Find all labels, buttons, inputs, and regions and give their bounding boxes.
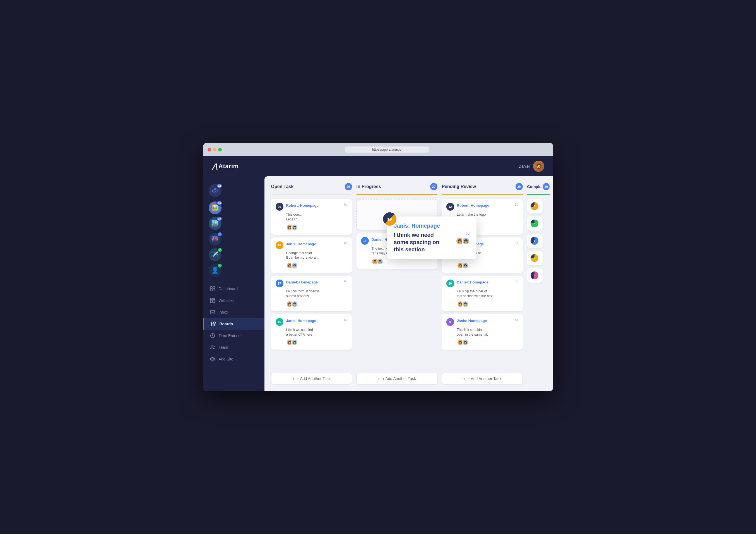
project-avatar-2[interactable]: 🏙️ 18 — [209, 217, 222, 230]
svg-rect-4 — [210, 298, 212, 300]
task-number-10: 10 — [446, 280, 454, 287]
dashboard-label: Dashboard — [219, 286, 238, 291]
add-task-plus-open: + — [292, 376, 295, 381]
column-open: Open Task 20 20 Robert: Homepage — [271, 183, 352, 385]
add-task-label-pending: + Add Another Task — [468, 376, 501, 381]
add-task-btn-inprogress[interactable]: + + Add Another Task — [357, 373, 437, 385]
tooltip-avatars: 👩 👧 — [456, 237, 470, 245]
task-card-open-18[interactable]: 18 Janis: Homepage 6d Change this colorI… — [271, 237, 352, 273]
notification-avatar[interactable]: @ 12 — [209, 184, 222, 197]
card-site-open-17: Daniel: Homepage — [286, 280, 318, 284]
column-title-open: Open Task — [271, 184, 294, 189]
websites-icon — [210, 298, 215, 303]
card-time-pending-9: 6d — [515, 318, 518, 321]
card-time-pending-11: 6d — [515, 241, 518, 245]
boards-icon — [211, 321, 216, 327]
tooltip-time: 6d — [466, 231, 470, 235]
sidebar-item-time-entries[interactable]: Time Entries — [203, 330, 264, 341]
app-main: @ 12 🖼️ 36 🏙️ 18 🌆 — [203, 176, 553, 391]
sidebar-item-team[interactable]: Team — [203, 341, 264, 353]
add-site-icon — [210, 356, 215, 362]
task-number-17: 17 — [276, 280, 284, 287]
project-avatar-1[interactable]: 🖼️ 36 — [209, 201, 222, 214]
task-number-9: 9 — [446, 318, 454, 326]
card-time-open-17: 6d — [344, 280, 347, 283]
partial-card-8[interactable]: 8 — [527, 199, 543, 213]
app-header: ⋀ Atarim Daniel 🧔 — [203, 156, 553, 176]
card-site-open-20: Robert: Homepage — [286, 203, 319, 207]
project-badge-3: 3 — [217, 232, 222, 237]
team-label: Team — [219, 345, 228, 350]
app-logo: ⋀ Atarim — [212, 162, 239, 170]
logo-text: Atarim — [218, 163, 239, 170]
browser-dots — [207, 148, 222, 151]
partial-card-6[interactable]: 6 — [527, 233, 543, 248]
svg-rect-7 — [213, 300, 215, 303]
add-task-label-inprogress: + Add Another Task — [382, 376, 416, 381]
close-dot[interactable] — [207, 148, 211, 151]
column-inprogress: In Progress 20 13 — [357, 183, 437, 385]
project-avatar-4[interactable]: ✈️ ✓ — [209, 248, 222, 261]
maximize-dot[interactable] — [218, 148, 222, 151]
svg-rect-6 — [210, 300, 212, 303]
websites-label: Websites — [219, 298, 235, 303]
user-avatar[interactable]: 🧔 — [533, 161, 544, 172]
column-header-open: Open Task 20 — [271, 183, 352, 195]
svg-rect-3 — [213, 289, 215, 291]
column-title-pending: Pending Review — [442, 184, 476, 189]
card-time-pending-10: 6d — [515, 280, 518, 283]
card-desc-open-16: I think we can finda better CTA here — [286, 328, 348, 337]
add-task-plus-pending: + — [463, 376, 465, 381]
boards-label: Boards — [220, 322, 233, 326]
svg-rect-2 — [210, 289, 212, 291]
column-title-inprogress: In Progress — [357, 184, 381, 189]
browser-chrome: https://app.atarim.io — [203, 143, 553, 156]
task-card-open-17[interactable]: 17 Daniel: Homepage 6d Fix this form, it… — [271, 276, 352, 311]
column-count-complete: 20 — [543, 183, 549, 190]
task-card-pending-9[interactable]: 9 Janis: Homepage 6d This link shouldn't… — [442, 314, 523, 350]
minimize-dot[interactable] — [213, 148, 216, 151]
add-task-btn-pending[interactable]: + + Add Another Task — [442, 373, 523, 385]
column-count-open: 20 — [345, 183, 352, 190]
svg-rect-0 — [210, 286, 212, 288]
project-avatar-5[interactable]: 👤 ✓ — [209, 264, 222, 277]
partial-card-4[interactable]: 4 — [527, 268, 543, 282]
dashboard-icon — [210, 286, 215, 292]
card-time-pending-12: 6d — [515, 203, 518, 206]
project-badge-5: ✓ — [217, 263, 222, 268]
partial-card-7[interactable]: 7 — [527, 216, 543, 231]
time-entries-label: Time Entries — [219, 334, 240, 338]
sidebar-item-add-site[interactable]: Add Site — [203, 353, 264, 365]
task-card-open-16[interactable]: 16 Janis: Homepage 6d I think we can fin… — [271, 314, 352, 350]
mini-avatar-14: 👧 — [462, 262, 469, 269]
column-pending: Pending Review 20 12 Robert: Homepage — [442, 183, 523, 385]
sidebar-item-websites[interactable]: Websites — [203, 295, 264, 306]
task-number-16: 16 — [276, 318, 284, 326]
mini-avatar-8: 👧 — [291, 339, 298, 346]
task-card-open-20[interactable]: 20 Robert: Homepage 6d This doe...Let's … — [271, 199, 352, 235]
partial-card-5[interactable]: 5 — [527, 251, 543, 265]
svg-rect-8 — [210, 310, 215, 314]
open-cards-list: 20 Robert: Homepage 6d This doe...Let's … — [271, 195, 352, 370]
column-header-inprogress: In Progress 20 — [357, 183, 437, 195]
add-task-btn-open[interactable]: + + Add Another Task — [271, 373, 352, 385]
sidebar-item-boards[interactable]: Boards — [203, 318, 264, 330]
card-site-open-16: Janis: Homepage — [286, 319, 316, 323]
sidebar-item-dashboard[interactable]: Dashboard — [203, 283, 264, 295]
user-name-label: Daniel — [519, 164, 530, 169]
sidebar-item-inbox[interactable]: Inbox — [203, 306, 264, 318]
project-badge-4: ✓ — [217, 248, 222, 253]
task-card-pending-10[interactable]: 10 Daniel: Homepage 6d Let's flip the or… — [442, 276, 523, 311]
team-icon — [210, 345, 215, 350]
browser-address: https://app.atarim.io — [225, 147, 549, 153]
browser-window: https://app.atarim.io ⋀ Atarim Daniel 🧔 — [203, 143, 553, 391]
card-header-open-20: Robert: Homepage — [286, 203, 341, 208]
url-bar[interactable]: https://app.atarim.io — [345, 147, 429, 153]
svg-point-9 — [211, 322, 213, 324]
column-count-inprogress: 20 — [430, 183, 437, 190]
card-desc-pending-9: This link shouldn'topen in the same tab — [457, 328, 518, 337]
column-count-pending: 20 — [516, 183, 523, 190]
inbox-label: Inbox — [219, 310, 228, 314]
column-title-complete: Comple... — [527, 184, 543, 189]
project-avatar-3[interactable]: 🌆 3 — [209, 233, 222, 246]
